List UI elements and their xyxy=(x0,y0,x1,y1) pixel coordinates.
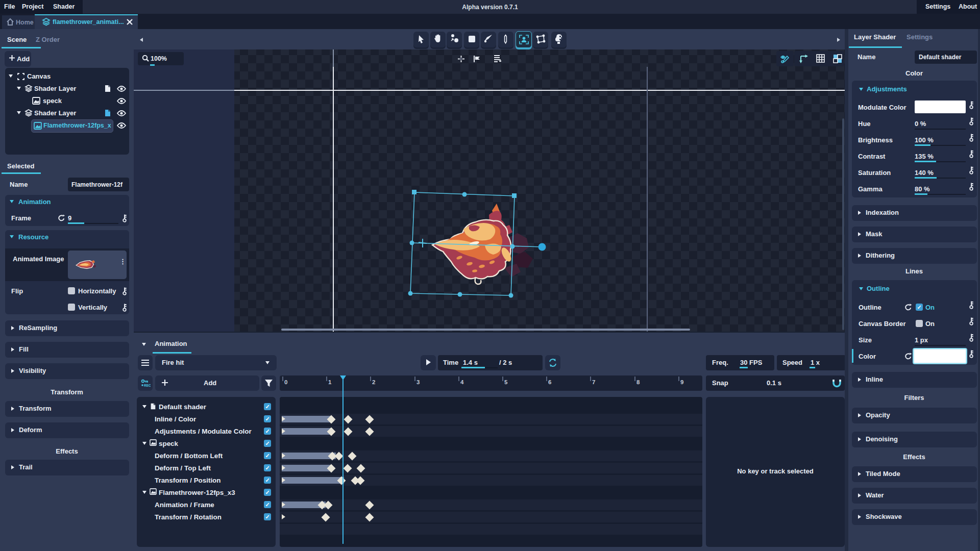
svg-text:REC: REC xyxy=(144,384,151,387)
